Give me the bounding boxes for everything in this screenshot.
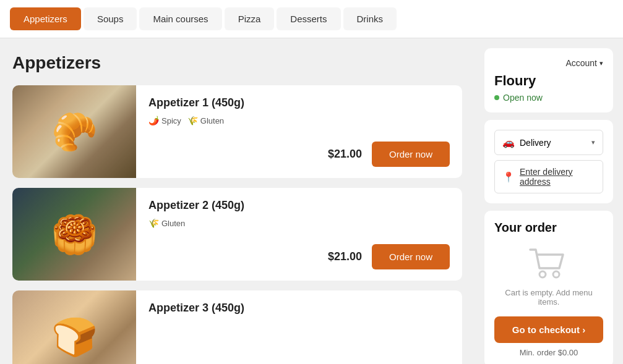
min-order-text: Min. order $0.00	[494, 348, 603, 357]
menu-item-price-app1: $21.00	[328, 148, 362, 161]
tag-gluten-app2-label: Gluten	[161, 219, 185, 228]
open-status-label: Open now	[503, 93, 543, 103]
menu-item-image-app2	[12, 188, 136, 281]
cart-icon	[527, 245, 570, 282]
sidebar: Account Floury Open now 🚗 Delivery ▾ 📍 E…	[475, 38, 623, 364]
tag-spicy: 🌶️ Spicy	[148, 116, 181, 125]
menu-item-body-app3: Appetizer 3 (450g)	[136, 290, 462, 364]
svg-point-1	[553, 271, 559, 277]
menu-item-body-app2: Appetizer 2 (450g) 🌾 Gluten $21.00 Order…	[136, 188, 462, 281]
sidebar-header: Account	[494, 58, 603, 68]
address-row[interactable]: 📍 Enter delivery address	[494, 160, 603, 193]
tag-gluten-app2: 🌾 Gluten	[148, 218, 185, 228]
delivery-select-wrapper: Delivery ▾	[520, 138, 595, 148]
delivery-row[interactable]: 🚗 Delivery ▾	[494, 130, 603, 155]
gluten-icon-app1: 🌾	[187, 116, 198, 125]
tab-appetizers[interactable]: Appetizers	[10, 7, 81, 30]
tab-desserts[interactable]: Desserts	[277, 7, 340, 30]
menu-item-tags-app1: 🌶️ Spicy 🌾 Gluten	[148, 116, 450, 125]
menu-item-body-app1: Appetizer 1 (450g) 🌶️ Spicy 🌾 Gluten $21…	[136, 85, 462, 178]
order-btn-app2[interactable]: Order now	[372, 244, 450, 269]
section-title: Appetizers	[12, 53, 462, 73]
main-layout: Appetizers Appetizer 1 (450g) 🌶️ Spicy 🌾…	[0, 38, 623, 364]
menu-item-price-app2: $21.00	[328, 250, 362, 263]
chevron-down-icon: ▾	[591, 138, 595, 146]
tag-gluten-app1: 🌾 Gluten	[187, 116, 224, 125]
delivery-card: 🚗 Delivery ▾ 📍 Enter delivery address	[484, 120, 613, 203]
restaurant-name: Floury	[494, 73, 603, 89]
car-icon: 🚗	[502, 137, 515, 148]
tag-gluten-app1-label: Gluten	[200, 116, 224, 125]
menu-item-app2: Appetizer 2 (450g) 🌾 Gluten $21.00 Order…	[12, 188, 462, 281]
menu-item-name-app1: Appetizer 1 (450g)	[148, 96, 450, 109]
menu-item-image-app3	[12, 290, 136, 364]
your-order-title: Your order	[494, 221, 603, 235]
restaurant-card: Account Floury Open now	[484, 48, 613, 112]
category-nav: Appetizers Soups Main courses Pizza Dess…	[0, 0, 623, 38]
tag-spicy-label: Spicy	[161, 116, 181, 125]
menu-item-footer-app1: $21.00 Order now	[148, 134, 450, 167]
tab-drinks[interactable]: Drinks	[343, 7, 397, 30]
cart-icon-area	[494, 245, 603, 282]
open-status: Open now	[494, 93, 603, 103]
menu-item-name-app2: Appetizer 2 (450g)	[148, 199, 450, 212]
pin-icon: 📍	[502, 171, 515, 183]
order-btn-app1[interactable]: Order now	[372, 142, 450, 167]
address-link[interactable]: Enter delivery address	[520, 167, 595, 187]
tab-main-courses[interactable]: Main courses	[139, 7, 221, 30]
delivery-label: Delivery	[520, 138, 551, 148]
menu-item-app1: Appetizer 1 (450g) 🌶️ Spicy 🌾 Gluten $21…	[12, 85, 462, 178]
menu-item-footer-app2: $21.00 Order now	[148, 237, 450, 269]
svg-point-0	[539, 271, 546, 277]
menu-item-image-app1	[12, 85, 136, 178]
menu-item-app3: Appetizer 3 (450g)	[12, 290, 462, 364]
tab-pizza[interactable]: Pizza	[225, 7, 275, 30]
account-button[interactable]: Account	[565, 58, 603, 68]
open-status-dot	[494, 95, 499, 100]
your-order-card: Your order Cart is empty. Add menu items…	[484, 211, 613, 364]
tab-soups[interactable]: Soups	[84, 7, 137, 30]
cart-empty-text: Cart is empty. Add menu items.	[494, 288, 603, 307]
menu-item-tags-app2: 🌾 Gluten	[148, 218, 450, 228]
content-area: Appetizers Appetizer 1 (450g) 🌶️ Spicy 🌾…	[0, 38, 475, 364]
menu-item-name-app3: Appetizer 3 (450g)	[148, 302, 450, 315]
spicy-icon: 🌶️	[148, 116, 159, 125]
checkout-button[interactable]: Go to checkout ›	[494, 316, 603, 343]
gluten-icon-app2: 🌾	[148, 218, 159, 228]
